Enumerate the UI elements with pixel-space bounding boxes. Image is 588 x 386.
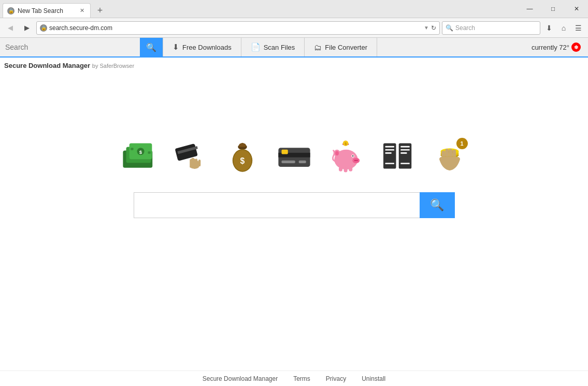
branding: Secure Download Manager by SaferBrowser xyxy=(4,62,134,69)
download-manager-button[interactable]: ⬇ xyxy=(542,21,556,35)
footer-link-sdm[interactable]: Secure Download Manager xyxy=(203,375,278,382)
addr-right-icons: ⬇ ⌂ ☰ xyxy=(542,21,585,35)
home-button[interactable]: ⌂ xyxy=(557,21,570,35)
svg-rect-37 xyxy=(385,149,394,151)
minimize-button[interactable]: — xyxy=(518,0,541,18)
svg-rect-6 xyxy=(148,151,150,153)
scan-files-label: Scan Files xyxy=(264,44,295,51)
cash-icon[interactable]: $ xyxy=(118,135,160,177)
brand-sub: by SaferBrowser xyxy=(92,63,134,69)
svg-rect-20 xyxy=(281,150,288,154)
svg-rect-19 xyxy=(298,161,306,163)
main-search-input[interactable] xyxy=(134,192,420,218)
footer-link-privacy[interactable]: Privacy xyxy=(326,375,346,382)
svg-rect-44 xyxy=(400,163,410,164)
svg-rect-5 xyxy=(131,148,133,150)
svg-point-26 xyxy=(352,155,353,157)
free-downloads-label: Free Downloads xyxy=(182,44,232,51)
svg-rect-38 xyxy=(385,152,391,154)
hand-coins-icon[interactable]: 1 $$$ xyxy=(429,135,470,177)
url-dropdown-icon[interactable]: ▼ xyxy=(424,25,429,31)
svg-rect-43 xyxy=(400,152,407,154)
card-swipe-icon[interactable] xyxy=(170,135,211,177)
svg-rect-32 xyxy=(349,167,352,171)
brand-name: Secure Download Manager xyxy=(4,62,90,69)
tab-favicon: 🔒 xyxy=(7,7,15,15)
toolbar-search-area: 🔍 xyxy=(0,38,163,56)
reload-button[interactable]: ↻ xyxy=(431,24,436,32)
weather-widget[interactable]: currently 72° ❄ xyxy=(524,38,588,56)
file-converter-button[interactable]: 🗂 File Converter xyxy=(305,38,377,56)
file-converter-icon: 🗂 xyxy=(314,43,322,52)
footer: Secure Download Manager Terms Privacy Un… xyxy=(0,370,588,386)
toolbar: 🔍 ⬇ Free Downloads 📄 Scan Files 🗂 File C… xyxy=(0,38,588,58)
footer-link-uninstall[interactable]: Uninstall xyxy=(362,375,385,382)
scan-files-button[interactable]: 📄 Scan Files xyxy=(241,38,305,56)
svg-rect-18 xyxy=(281,161,295,163)
tab-close-button[interactable]: ✕ xyxy=(78,7,86,15)
back-button[interactable]: ◀ xyxy=(3,21,18,35)
toolbar-search-input[interactable] xyxy=(0,38,140,56)
active-tab[interactable]: 🔒 New Tab Search ✕ xyxy=(3,3,91,18)
forward-button[interactable]: ▶ xyxy=(20,21,34,35)
footer-link-terms[interactable]: Terms xyxy=(293,375,310,382)
piggy-bank-icon[interactable]: $ xyxy=(325,135,367,177)
svg-rect-36 xyxy=(385,146,394,148)
tab-label: New Tab Search xyxy=(18,7,63,15)
menu-button[interactable]: ☰ xyxy=(571,21,585,35)
svg-rect-31 xyxy=(343,168,347,173)
address-search-bar[interactable]: 🔍 Search xyxy=(442,21,540,35)
svg-point-27 xyxy=(352,158,360,164)
security-icon: 🔒 xyxy=(40,24,47,32)
credit-card-icon[interactable] xyxy=(274,135,315,177)
free-downloads-button[interactable]: ⬇ Free Downloads xyxy=(163,38,241,56)
maximize-button[interactable]: □ xyxy=(541,0,565,18)
main-search-icon: 🔍 xyxy=(430,198,444,212)
url-text: search.secure-dm.com xyxy=(49,24,422,32)
money-bag-icon[interactable]: $ xyxy=(222,135,263,177)
svg-point-28 xyxy=(354,160,356,161)
weather-label: currently 72° xyxy=(532,44,569,51)
toolbar-search-icon: 🔍 xyxy=(146,42,156,52)
addressbar: ◀ ▶ 🔒 search.secure-dm.com ▼ ↻ 🔍 Search … xyxy=(0,18,588,38)
svg-point-24 xyxy=(335,151,339,155)
main-search-button[interactable]: 🔍 xyxy=(420,192,455,218)
svg-rect-39 xyxy=(385,163,394,164)
svg-rect-42 xyxy=(400,149,410,151)
icons-row: $ xyxy=(118,135,470,177)
svg-rect-41 xyxy=(400,146,410,148)
scan-files-icon: 📄 xyxy=(251,42,261,52)
toolbar-search-button[interactable]: 🔍 xyxy=(140,38,163,56)
main-search-area: 🔍 xyxy=(134,192,455,218)
new-tab-button[interactable]: + xyxy=(93,3,107,18)
svg-rect-30 xyxy=(339,167,342,171)
free-downloads-icon: ⬇ xyxy=(173,42,179,52)
close-button[interactable]: ✕ xyxy=(565,0,588,18)
svg-rect-10 xyxy=(195,159,197,167)
file-converter-label: File Converter xyxy=(325,44,367,51)
svg-rect-11 xyxy=(198,160,200,166)
search-placeholder: Search xyxy=(455,24,475,32)
page-content: Secure Download Manager by SaferBrowser … xyxy=(0,58,588,370)
svg-rect-9 xyxy=(191,158,194,167)
weather-badge: ❄ xyxy=(571,42,581,52)
titlebar: 🔒 New Tab Search ✕ + — □ ✕ xyxy=(0,0,588,18)
receipt-icon[interactable] xyxy=(377,135,419,177)
search-icon: 🔍 xyxy=(446,24,453,32)
tabs-area: 🔒 New Tab Search ✕ + xyxy=(0,0,107,18)
url-bar[interactable]: 🔒 search.secure-dm.com ▼ ↻ xyxy=(36,21,440,35)
svg-text:$: $ xyxy=(240,156,245,165)
window-controls: — □ ✕ xyxy=(518,0,588,18)
svg-point-29 xyxy=(356,160,357,161)
svg-text:$: $ xyxy=(345,142,347,146)
svg-text:$: $ xyxy=(139,149,142,155)
hand-coins-badge: 1 xyxy=(456,138,468,149)
